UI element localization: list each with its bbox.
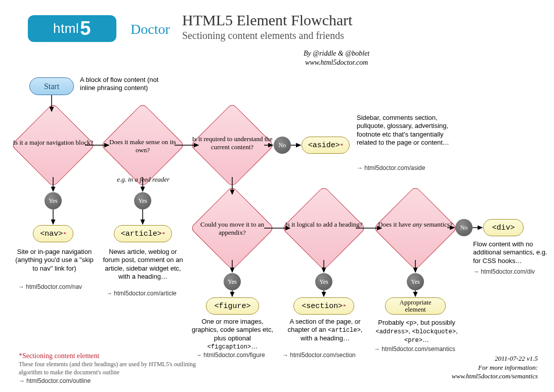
byline-url: www.html5doctor.com [304,58,369,67]
logo-text: html [53,21,79,36]
yes-bubble-article: Yes [134,192,151,209]
note-feedreader: e.g. in a feed reader [113,176,174,184]
logo-five: 5 [80,18,91,39]
desc-semantics-yes: Probably <p>, but possibly <address>, <b… [375,319,458,344]
flowchart-arrows [0,0,554,392]
logo-doctor: Doctor [131,21,170,37]
answer-article: <article>* [114,225,172,242]
footer-url: www.html5doctor.com/semantics [452,372,538,381]
desc-article: News article, weblog or forum post, comm… [101,248,185,281]
desc-div: Flow content with no additional semantic… [473,240,549,265]
footer-date: 2011-07-22 v1.5 [452,354,538,363]
answer-figure: <figure> [206,297,259,315]
logo: html5 [28,15,116,42]
footnote-header: *Sectioning content element [19,352,211,361]
desc-aside: Sidebar, comments section, pullquote, gl… [357,114,453,147]
answer-appropriate: Appropriateelement [385,297,446,315]
link-div: html5doctor.com/div [473,268,535,275]
answer-nav: <nav>* [33,225,73,242]
footer-more: For more information: [452,363,538,372]
footnote-sectioning: *Sectioning content element These four e… [19,352,211,384]
desc-nav: Site or in-page navigation (anything you… [13,248,96,273]
link-nav: html5doctor.com/nav [18,283,82,290]
decision-section-text: Is it logical to add a heading? [283,221,364,229]
no-bubble-div: No [455,219,473,236]
desc-figure: One or more images, graphics, code sampl… [191,318,274,351]
link-aside: html5doctor.com/aside [357,164,425,171]
yes-bubble-section: Yes [315,273,332,290]
decision-article-text: Does it make sense on its own? [102,138,183,154]
byline-authors: By @riddle & @boblet [304,49,369,58]
no-bubble-aside: No [274,137,291,154]
link-section: html5doctor.com/section [282,352,356,359]
page-title: HTML5 Element Flowchart [182,12,353,29]
answer-aside: <aside>* [302,137,350,154]
footer-info: 2011-07-22 v1.5 For more information: ww… [452,354,538,381]
footnote-link: html5doctor.com/outline [19,377,211,385]
byline: By @riddle & @boblet www.html5doctor.com [304,49,369,67]
yes-bubble-nav: Yes [45,192,62,209]
start-node: Start [29,77,74,95]
answer-div: <div> [483,219,524,236]
link-article: html5doctor.com/article [106,290,177,297]
desc-section: A section of the page, or chapter of an … [283,318,367,343]
page-subtitle: Sectioning content elements and friends [182,30,344,41]
start-note: A block of flow content (not inline phra… [80,76,166,93]
link-semantics: html5doctor.com/semantics [374,345,455,353]
decision-semantics-text: Does it have any semantics? [375,221,456,229]
yes-bubble-semantics: Yes [407,273,424,290]
yes-bubble-figure: Yes [224,273,241,290]
decision-aside-text: Is it required to understand the current… [192,135,273,151]
decision-nav-text: Is it a major navigation block? [13,139,94,147]
decision-figure-text: Could you move it to an appendix? [192,221,273,236]
answer-section: <section>* [293,297,354,315]
footnote-body: These four elements (and their headings)… [19,361,211,376]
